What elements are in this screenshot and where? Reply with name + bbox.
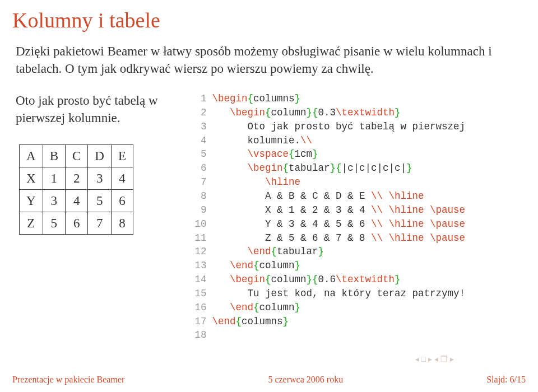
slide-title: Kolumny i tabele (0, 0, 538, 43)
footer-left: Prezentacje w pakiecie Beamer (12, 375, 124, 385)
footer-pagenum: Slajd: 6/15 (486, 375, 526, 385)
intro-text: Dzięki pakietowi Beamer w łatwy sposób m… (16, 43, 522, 77)
slide-footer: Prezentacje w pakiecie Beamer 5 czerwca … (0, 367, 538, 392)
table-row: Z 5 6 7 8 (20, 212, 133, 235)
table-caption: Oto jak prosto być tabelą w pierwszej ko… (16, 92, 177, 127)
nav-controls: ◂ □ ▸ ◂ ❐ ▸ (415, 354, 454, 364)
slide-body: Dzięki pakietowi Beamer w łatwy sposób m… (0, 43, 538, 367)
left-column: Oto jak prosto być tabelą w pierwszej ko… (16, 92, 177, 342)
table-row: X 1 2 3 4 (20, 167, 133, 190)
nav-next-section-icon[interactable]: ▸ (450, 354, 454, 364)
beamer-slide: Kolumny i tabele Dzięki pakietowi Beamer… (0, 0, 538, 392)
nav-prev-section-icon[interactable]: ◂ (434, 354, 438, 364)
table-row: A B C D E (20, 145, 133, 167)
nav-frames-icon[interactable]: ❐ (440, 354, 448, 364)
two-columns: Oto jak prosto być tabelą w pierwszej ko… (16, 92, 522, 342)
table-row: Y 3 4 5 6 (20, 190, 133, 212)
nav-first-icon[interactable]: □ (421, 355, 426, 364)
footer-date: 5 czerwca 2006 roku (268, 375, 343, 385)
nav-next-icon[interactable]: ▸ (428, 354, 432, 364)
nav-prev-icon[interactable]: ◂ (415, 354, 419, 364)
example-table: A B C D E X 1 2 3 4 Y 3 (19, 144, 133, 235)
latex-code-listing: 1\begin{columns} 2 \begin{column}{0.3\te… (194, 92, 522, 342)
